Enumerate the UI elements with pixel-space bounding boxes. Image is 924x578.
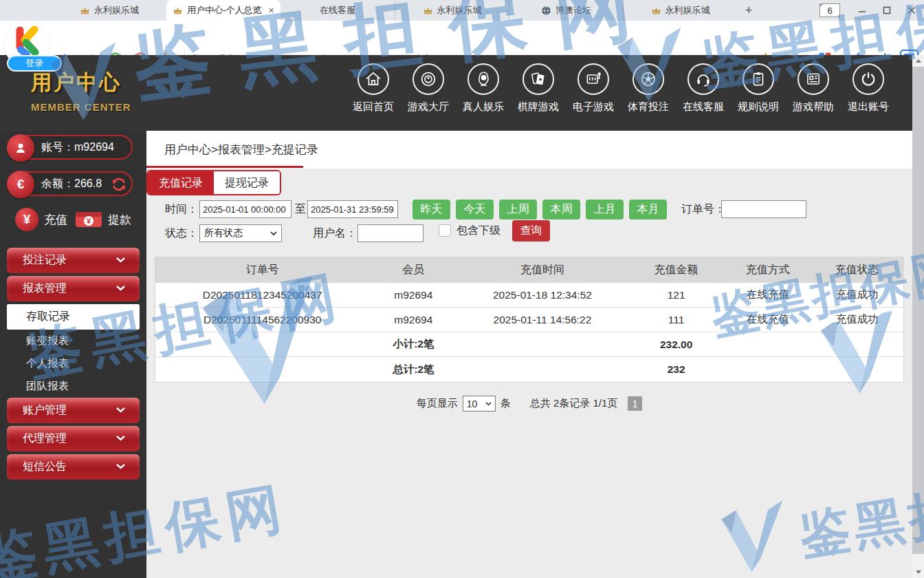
window-controls: 6 (820, 0, 924, 21)
username-input[interactable] (358, 224, 424, 242)
browser-tab-yongli-1[interactable]: 永利娱乐城 (52, 0, 166, 21)
cell-amount: 111 (628, 314, 725, 326)
browser-tab-customer-service[interactable]: 在线客服 (280, 0, 395, 21)
status-select[interactable]: 所有状态 (199, 224, 282, 242)
globe-favicon (541, 6, 551, 16)
total-row: 总计:2笔 232 (155, 357, 903, 382)
scroll-down-arrow[interactable] (912, 566, 924, 578)
nav-live-casino[interactable]: 真人娱乐 (456, 63, 511, 114)
cell-status: 充值成功 (811, 288, 903, 302)
this-week-button[interactable]: 本周 (542, 200, 580, 220)
chevron-down-icon (116, 462, 126, 471)
site-main-nav: 返回首页 游戏大厅 真人娱乐 棋牌游戏 电子游戏 体育投注 (346, 63, 896, 114)
col-header-status: 充值状态 (811, 263, 903, 277)
tab-count-badge[interactable]: 6 (820, 3, 840, 17)
scrollbar-thumb[interactable] (912, 67, 924, 554)
cell-member: m92694 (369, 314, 457, 326)
browser-tab-forum[interactable]: 博澳论坛 (509, 0, 623, 21)
per-page-select[interactable]: 10 (463, 396, 496, 411)
total-amount: 232 (628, 363, 725, 376)
sidebar-item-sms-announcement[interactable]: 短信公告 (7, 454, 140, 480)
balance-label: 余额：266.8 (41, 177, 102, 191)
cell-time: 2025-01-18 12:34:52 (457, 289, 628, 301)
breadcrumb-underline (146, 166, 303, 168)
logo-subtitle: MEMBER CENTER (31, 101, 131, 113)
total-label: 总计:2笔 (369, 363, 457, 377)
sidebar-item-agent-management[interactable]: 代理管理 (7, 426, 140, 451)
breadcrumb: 用户中心>报表管理>充提记录 (164, 142, 318, 158)
subtotal-amount: 232.00 (628, 339, 725, 351)
chevron-down-icon (116, 406, 126, 414)
cell-order: D2025011114562200930 (155, 314, 369, 326)
this-month-button[interactable]: 本月 (629, 200, 667, 220)
col-header-member: 会员 (369, 263, 457, 277)
tab-label: 永利娱乐城 (94, 4, 139, 17)
browser-tab-yongli-2[interactable]: 永利娱乐城 (395, 0, 509, 21)
table-row: D2025011812345200437 m92694 2025-01-18 1… (155, 283, 903, 308)
sidebar-item-report-management[interactable]: 报表管理 (7, 276, 140, 301)
crown-favicon (651, 6, 661, 16)
withdraw-button[interactable]: ¥ 提款 (75, 208, 131, 231)
cell-method: 在线充值 (725, 288, 811, 302)
power-icon (852, 63, 884, 95)
browser-tab-bar: 永利娱乐城 用户中心-个人总览 × 在线客服 永利娱乐城 博澳论坛 永利娱乐城 (0, 0, 924, 21)
query-button[interactable]: 查询 (512, 220, 550, 242)
include-subordinates-checkbox[interactable] (439, 224, 451, 237)
last-week-button[interactable]: 上周 (499, 200, 537, 220)
col-header-time: 充值时间 (457, 263, 628, 277)
yen-icon: ¥ (15, 208, 38, 231)
time-to-input[interactable] (307, 200, 398, 218)
col-header-order: 订单号 (155, 263, 369, 277)
help-icon (798, 63, 829, 95)
status-label: 状态： (165, 224, 198, 242)
nav-logout[interactable]: 退出账号 (841, 63, 896, 114)
login-button[interactable]: 登录 (7, 55, 62, 72)
close-window-button[interactable] (899, 0, 924, 21)
sidebar-subitem-team-report[interactable]: 团队报表 (0, 375, 146, 398)
recharge-button[interactable]: ¥ 充值 (15, 208, 67, 231)
order-number-input[interactable] (721, 200, 806, 218)
nav-slots[interactable]: 电子游戏 (566, 63, 621, 114)
time-from-input[interactable] (199, 200, 292, 218)
cell-member: m92694 (369, 289, 457, 301)
page-number-button[interactable]: 1 (628, 396, 642, 411)
refresh-balance-icon[interactable] (110, 175, 128, 193)
tab-charge-records[interactable]: 充值记录 (148, 171, 214, 194)
nav-game-hall[interactable]: 游戏大厅 (401, 63, 456, 114)
nav-board-games[interactable]: 棋牌游戏 (511, 63, 566, 114)
site-header: 用户中心 MEMBER CENTER 返回首页 游戏大厅 真人娱乐 棋牌游戏 (0, 55, 924, 131)
col-header-method: 充值方式 (725, 263, 811, 277)
nav-customer-service[interactable]: 在线客服 (676, 63, 731, 114)
page-scrollbar[interactable] (912, 55, 924, 578)
home-icon (358, 63, 389, 95)
sidebar-item-account-management[interactable]: 账户管理 (7, 398, 140, 423)
yesterday-button[interactable]: 昨天 (412, 200, 450, 220)
today-button[interactable]: 今天 (456, 200, 494, 220)
minimize-button[interactable] (850, 0, 874, 21)
browser-tab-user-center[interactable]: 用户中心-个人总览 × (166, 0, 280, 21)
maximize-button[interactable] (874, 0, 899, 21)
order-number-label: 订单号： (681, 200, 725, 218)
scroll-up-arrow[interactable] (912, 55, 924, 67)
sidebar-subitem-deposit-withdraw-records[interactable]: 存取记录 (7, 304, 140, 330)
charge-record-table: 订单号 会员 充值时间 充值金额 充值方式 充值状态 D202501181234… (155, 257, 904, 383)
new-tab-button[interactable]: + (737, 0, 760, 21)
browser-tab-yongli-3[interactable]: 永利娱乐城 (623, 0, 737, 21)
nav-help[interactable]: 游戏帮助 (786, 63, 841, 114)
tab-withdraw-records[interactable]: 提现记录 (214, 171, 280, 194)
cell-method: 在线充值 (725, 312, 811, 327)
svg-text:¥: ¥ (87, 217, 91, 225)
quick-actions: ¥ 充值 ¥ 提款 (0, 208, 146, 231)
sidebar-subitem-account-change-report[interactable]: 账变报表 (0, 330, 146, 352)
sidebar-item-bet-records[interactable]: 投注记录 (7, 248, 140, 273)
tab-label: 永利娱乐城 (437, 4, 482, 17)
last-month-button[interactable]: 上月 (586, 200, 624, 220)
wallet-icon: ¥ (75, 210, 102, 229)
sidebar-subitem-personal-report[interactable]: 个人报表 (0, 352, 146, 375)
nav-home[interactable]: 返回首页 (346, 63, 401, 114)
cell-time: 2025-01-11 14:56:22 (457, 314, 628, 326)
browser-logo[interactable]: 登录 (4, 22, 50, 67)
nav-sports[interactable]: 体育投注 (621, 63, 676, 114)
nav-rules[interactable]: 规则说明 (731, 63, 786, 114)
tab-close-icon[interactable]: × (269, 5, 274, 16)
